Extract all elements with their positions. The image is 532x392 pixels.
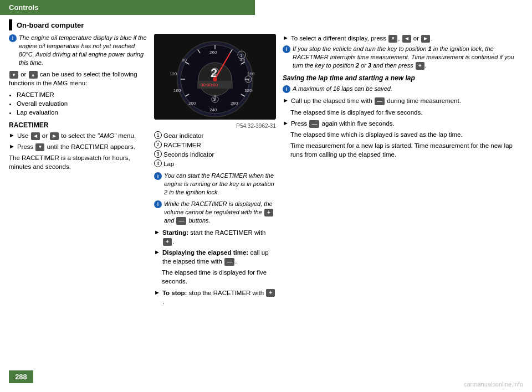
info-text-2: You can start the RACETIMER when the eng… [164, 172, 276, 197]
arrow-sym-2: ► [9, 143, 15, 149]
section-title-row: On-board computer [9, 19, 523, 30]
arrow-sym-displaying: ► [154, 249, 160, 255]
info-icon-3: i [154, 200, 162, 208]
btn-up-icon[interactable] [29, 71, 38, 79]
svg-text:320: 320 [244, 88, 252, 93]
subsection-racetimer: RACETIMER [9, 121, 147, 129]
btn-minus-displaying[interactable] [224, 258, 234, 266]
page-container: Controls On-board computer i The engine … [0, 0, 532, 392]
info-box-5: i A maximum of 16 laps can be saved. [283, 85, 523, 93]
black-bar-accent [9, 19, 12, 30]
num-label-1: Gear indicator [163, 131, 203, 140]
info-box-2: i You can start the RACETIMER when the e… [154, 172, 276, 197]
num-circle-4: 4 [154, 159, 162, 167]
btn-plus-stop[interactable] [266, 289, 275, 297]
numbered-item-1: 1 Gear indicator [154, 131, 276, 140]
arrow-displaying: ► Displaying the elapsed time: call up t… [154, 248, 276, 266]
btn-minus-again[interactable] [309, 120, 319, 128]
arrow-item-press: ► Press until the RACETIMER appears. [9, 142, 147, 151]
svg-text:1: 1 [240, 53, 243, 58]
numbered-list: 1 Gear indicator 2 RACETIMER 3 Seconds i… [154, 131, 276, 168]
header-bar: Controls [0, 0, 255, 15]
num-label-2: RACETIMER [163, 141, 201, 149]
info-text-1: The engine oil temperature display is bl… [19, 34, 147, 66]
num-circle-2: 2 [154, 141, 162, 148]
num-circle-3: 3 [154, 150, 162, 158]
btn-down-select[interactable] [388, 35, 397, 43]
btn-down-icon[interactable] [9, 71, 18, 79]
dashboard-image: 80 120 160 200 240 280 320 360 40 260 2 [154, 34, 276, 120]
arrow-select: ► To select a different display, press ,… [283, 34, 523, 43]
arrow-starting: ► Starting: start the RACETIMER with . [154, 228, 276, 246]
header-title: Controls [9, 3, 38, 12]
svg-text:4: 4 [213, 98, 216, 102]
numbered-item-4: 4 Lap [154, 159, 276, 168]
svg-text:200: 200 [188, 101, 196, 106]
svg-text:240: 240 [209, 107, 217, 112]
desc-call: The elapsed time is displayed for five s… [290, 108, 523, 117]
btn-minus-icon[interactable] [176, 217, 186, 225]
num-label-3: Seconds indicator [163, 150, 214, 159]
svg-text:00:00:00: 00:00:00 [201, 82, 218, 87]
arrow-text-select: To select a different display, press , o… [291, 34, 433, 43]
img-caption: P54.32-3962-31 [154, 123, 276, 129]
bullet-item-racetimer: RACETIMER [17, 90, 147, 99]
info-icon-4: i [283, 45, 290, 53]
arrow-call: ► Call up the elapsed time with during t… [283, 96, 523, 105]
info-icon-2: i [154, 172, 162, 180]
arrow-sym-call: ► [283, 97, 289, 104]
svg-text:280: 280 [231, 101, 238, 106]
btn-right-icon[interactable] [50, 132, 59, 140]
arrow-text-press: Press until the RACETIMER appears. [17, 142, 135, 151]
saving-title: Saving the lap time and starting a new l… [283, 74, 523, 83]
displaying-sub: The elapsed time is displayed for five s… [162, 268, 276, 286]
control-or-text: or can be used to select the following f… [9, 70, 147, 87]
info-box-4: i If you stop the vehicle and turn the k… [283, 45, 523, 70]
numbered-item-2: 2 RACETIMER [154, 141, 276, 149]
btn-left-select[interactable] [402, 35, 411, 43]
info-icon-1: i [9, 34, 17, 42]
btn-left-icon[interactable] [31, 132, 40, 140]
displaying-label: Displaying the elapsed time: [162, 249, 248, 256]
desc-new-lap: Time measurement for a new lap is starte… [290, 141, 523, 159]
watermark: carmanualsonline.info [464, 381, 523, 388]
btn-down-icon-2[interactable] [35, 143, 44, 151]
arrow-sym-select: ► [283, 34, 289, 41]
bullet-item-lap: Lap evaluation [17, 108, 147, 117]
section-title: On-board computer [17, 21, 84, 29]
info-box-3: i While the RACETIMER is displayed, the … [154, 200, 276, 225]
btn-plus-starting[interactable] [163, 238, 172, 246]
arrow-again: ► Press again within five seconds. [283, 119, 523, 128]
arrow-sym-1: ► [9, 132, 15, 138]
arrow-text-again: Press again within five seconds. [291, 119, 395, 128]
arrow-text-use: Use or to select the "AMG" menu. [17, 131, 136, 140]
desc-again: The elapsed time which is displayed is s… [290, 130, 523, 139]
btn-plus-icon[interactable] [264, 209, 273, 216]
svg-text:120: 120 [170, 71, 177, 76]
info-text-4: If you stop the vehicle and turn the key… [293, 45, 523, 70]
svg-text:3: 3 [247, 78, 249, 82]
page-number: 288 [9, 370, 33, 383]
svg-text:260: 260 [209, 50, 217, 55]
info-box-1: i The engine oil temperature display is … [9, 34, 147, 66]
arrow-sym-stop: ► [154, 289, 160, 296]
starting-label: Starting: [162, 229, 188, 236]
info-icon-5: i [283, 85, 290, 93]
arrow-stop: ► To stop: stop the RACETIMER with . [154, 288, 276, 306]
arrow-text-stop: To stop: stop the RACETIMER with . [162, 288, 276, 306]
svg-text:80: 80 [182, 58, 187, 63]
info-text-3: While the RACETIMER is displayed, the vo… [164, 200, 276, 225]
num-circle-1: 1 [154, 131, 162, 139]
info-text-5: A maximum of 16 laps can be saved. [293, 85, 392, 93]
btn-plus-info4[interactable] [416, 62, 424, 70]
btn-minus-call[interactable] [375, 97, 385, 105]
svg-text:160: 160 [173, 88, 181, 93]
main-content: i The engine oil temperature display is … [0, 34, 532, 308]
bullet-item-overall: Overall evaluation [17, 99, 147, 108]
btn-right-select[interactable] [421, 35, 430, 43]
arrow-sym-again: ► [283, 120, 289, 126]
arrow-text-call: Call up the elapsed time with during tim… [291, 96, 461, 105]
svg-point-36 [213, 77, 217, 81]
stop-label: To stop: [162, 290, 187, 296]
numbered-item-3: 3 Seconds indicator [154, 150, 276, 159]
